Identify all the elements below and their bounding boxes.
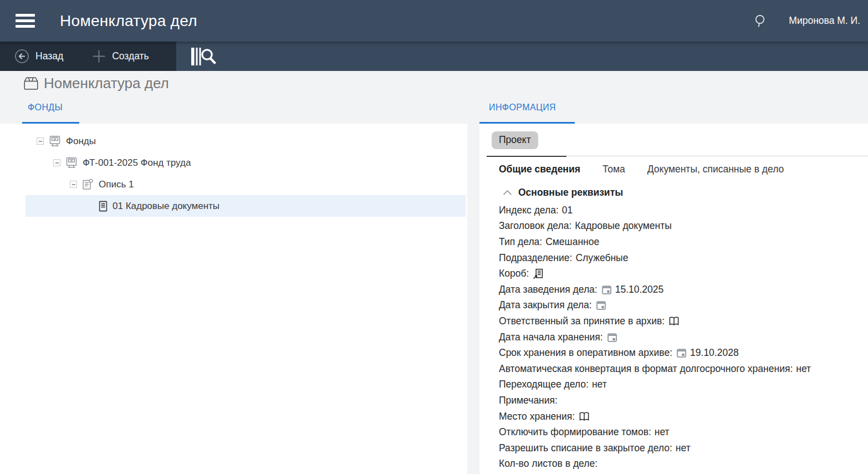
field-row: Примечания: — [499, 393, 868, 409]
section-title: Основные реквизиты — [518, 187, 623, 198]
field-label: Заголовок дела: — [499, 220, 571, 232]
tree-row[interactable]: Опись 1 — [25, 174, 466, 195]
field-value: Смешанное — [545, 236, 599, 248]
field-value: нет — [676, 442, 691, 454]
field-value: Кадровые документы — [575, 220, 671, 232]
status-badge[interactable]: Проект — [492, 131, 538, 149]
field-row: Дата закрытия дела: — [499, 298, 868, 314]
tab-fonds[interactable]: ФОНДЫ — [28, 103, 63, 113]
app-title: Номенклатура дел — [60, 12, 197, 30]
field-label: Срок хранения в оперативном архиве: — [499, 347, 672, 359]
plus-icon — [92, 49, 106, 63]
section-header-main-attributes: Основные реквизиты — [492, 187, 868, 198]
fonds-tab-strip: ФОНДЫ — [0, 95, 467, 124]
tree-item-label: ФТ-001-2025 Фонд труда — [83, 157, 191, 169]
toolbar: Назад Создать — [0, 42, 868, 71]
app-header: Номенклатура дел Миронова М. И. — [0, 0, 868, 42]
field-row: Разрешить списание в закрытое дело:нет — [499, 440, 868, 456]
tree-row[interactable]: ФТ-001-2025 Фонд труда — [25, 152, 466, 174]
field-row: Переходящее дело:нет — [499, 377, 868, 393]
field-label: Дата заведения дела: — [499, 284, 598, 295]
search-icon[interactable] — [753, 13, 768, 28]
tree-item-label: Опись 1 — [99, 179, 134, 190]
field-label: Переходящее дело: — [499, 379, 589, 390]
calendar-icon[interactable] — [607, 332, 617, 343]
tree-collapse-icon[interactable] — [37, 137, 44, 145]
tree-row[interactable]: 01 Кадровые документы — [25, 195, 466, 217]
field-label: Примечания: — [499, 395, 558, 406]
back-icon — [14, 49, 29, 64]
calendar-icon[interactable] — [676, 348, 687, 358]
field-row: Заголовок дела:Кадровые документы — [499, 218, 868, 235]
toolbar-right-section — [176, 42, 868, 71]
field-value: 01 — [562, 205, 573, 216]
field-label: Дата закрытия дела: — [499, 299, 592, 311]
tree-collapse-icon[interactable] — [70, 181, 77, 188]
field-row: Дата начала хранения: — [499, 329, 868, 345]
inner-tab[interactable]: Общие сведения — [499, 164, 580, 175]
tree-item-label: Фонды — [66, 136, 96, 147]
inner-tab[interactable]: Документы, списанные в дело — [647, 164, 784, 175]
fields-list: Индекс дела:01Заголовок дела:Кадровые до… — [492, 202, 868, 472]
field-label: Короб: — [499, 268, 529, 279]
fonds-panel: ФондыФТ-001-2025 Фонд трудаОпись 101 Кад… — [0, 124, 467, 474]
doc-arrow-icon[interactable] — [533, 268, 543, 279]
page-body: Номенклатура дел ФОНДЫ ФондыФТ-001-2025 … — [0, 71, 868, 474]
current-user-name[interactable]: Миронова М. И. — [789, 15, 860, 27]
create-button-label: Создать — [112, 50, 149, 62]
field-label: Тип дела: — [499, 236, 542, 248]
field-row: Срок хранения в оперативном архиве:19.10… — [499, 345, 868, 361]
back-button-label: Назад — [35, 50, 63, 62]
fond-icon — [49, 135, 61, 147]
opis-icon — [82, 179, 94, 190]
info-tab-strip: ИНФОРМАЦИЯ — [479, 95, 868, 124]
field-label: Подразделение: — [499, 252, 572, 264]
field-row: Индекс дела:01 — [499, 202, 868, 218]
field-value: 19.10.2028 — [690, 347, 739, 359]
field-row: Подразделение:Служебные — [499, 250, 868, 266]
calendar-icon[interactable] — [596, 300, 606, 310]
create-button[interactable]: Создать — [92, 49, 149, 63]
field-row: Кол-во листов в деле: — [499, 456, 868, 472]
inner-tab[interactable]: Тома — [603, 164, 625, 175]
tree-item-label: 01 Кадровые документы — [113, 201, 219, 212]
back-button[interactable]: Назад — [14, 49, 63, 64]
status-tab-strip: Проект — [487, 131, 868, 156]
field-row: Короб: — [499, 266, 868, 282]
field-label: Отключить формирование томов: — [499, 426, 651, 438]
fond-icon — [65, 157, 78, 169]
field-label: Кол-во листов в деле: — [499, 458, 598, 470]
toolbar-left-section: Назад Создать — [0, 42, 176, 71]
fonds-tree: ФондыФТ-001-2025 Фонд трудаОпись 101 Кад… — [0, 124, 467, 217]
tree-row[interactable]: Фонды — [25, 130, 466, 152]
field-label: Индекс дела: — [499, 205, 559, 216]
book-icon[interactable] — [579, 411, 590, 422]
field-label: Разрешить списание в закрытое дело: — [499, 442, 672, 454]
info-panel: Проект Общие сведенияТомаДокументы, спис… — [479, 124, 868, 474]
field-label: Ответственный за принятие в архив: — [499, 315, 665, 327]
field-row: Тип дела:Смешанное — [499, 234, 868, 250]
page-title: Номенклатура дел — [44, 75, 169, 92]
field-row: Место хранения: — [499, 409, 868, 425]
calendar-icon[interactable] — [601, 284, 612, 295]
field-label: Место хранения: — [499, 411, 575, 422]
info-inner-tabs: Общие сведенияТомаДокументы, списанные в… — [492, 164, 868, 175]
chevron-up-icon[interactable] — [503, 190, 512, 196]
field-row: Автоматическая конвертация в формат долг… — [499, 361, 868, 377]
panel-gutter — [467, 95, 479, 474]
field-row: Отключить формирование томов:нет — [499, 424, 868, 440]
menu-icon[interactable] — [16, 11, 35, 31]
tab-information[interactable]: ИНФОРМАЦИЯ — [489, 103, 556, 113]
tree-collapse-icon[interactable] — [53, 159, 60, 166]
archive-box-icon — [23, 77, 39, 90]
status-tab-indicator — [487, 156, 566, 157]
fonds-tab-underline — [22, 122, 79, 124]
field-value: 15.10.2025 — [615, 284, 664, 295]
field-value: Служебные — [575, 252, 628, 264]
field-value: нет — [796, 363, 811, 375]
field-label: Дата начала хранения: — [499, 332, 603, 343]
info-tab-underline — [479, 122, 575, 124]
barcode-search-button[interactable] — [190, 47, 219, 66]
field-row: Дата заведения дела:15.10.2025 — [499, 282, 868, 298]
book-icon[interactable] — [668, 316, 680, 327]
